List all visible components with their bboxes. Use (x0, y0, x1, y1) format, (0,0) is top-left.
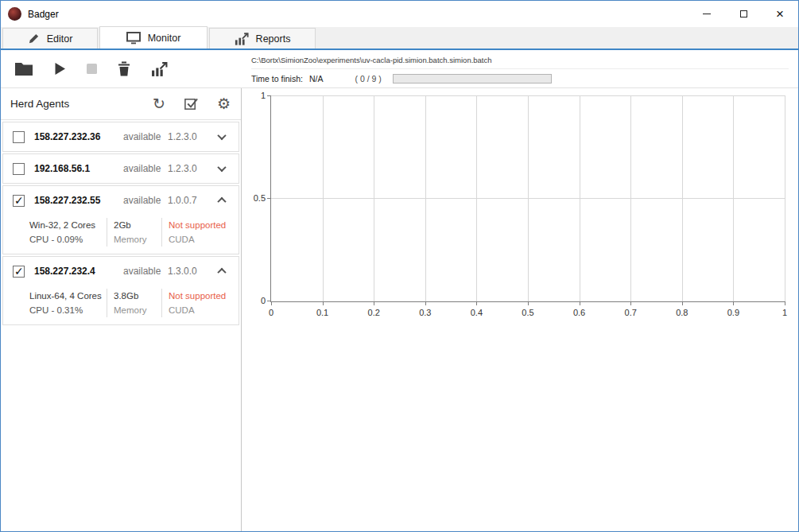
maximize-button[interactable] (725, 1, 762, 27)
agent-arch: Win-32, 2 Cores (29, 218, 102, 232)
herd-header-icons: ↻ ⚙ (153, 96, 231, 111)
agent-row-header[interactable]: 158.227.232.4 available 1.3.0.0 (3, 257, 239, 285)
folder-icon (14, 61, 33, 76)
agent-status: available (123, 266, 168, 277)
x-tick-label: 0 (269, 308, 273, 317)
monitor-icon (126, 32, 141, 45)
y-tick-mark (267, 95, 270, 96)
x-tick-mark (580, 302, 580, 305)
tab-editor[interactable]: Editor (2, 28, 98, 49)
trash-icon (118, 61, 130, 76)
grid-line-horizontal (271, 198, 785, 199)
agent-status: available (123, 163, 168, 174)
agent-version: 1.0.0.7 (168, 195, 197, 206)
y-tick-label: 0.5 (254, 193, 266, 203)
select-all-icon[interactable] (184, 96, 199, 111)
minimize-button[interactable] (688, 1, 725, 27)
agent-cpu-usage: CPU - 0.09% (29, 232, 102, 247)
agent-cuda-cell: Not supported CUDA (162, 289, 226, 317)
open-folder-button[interactable] (13, 60, 35, 78)
agent-row-header[interactable]: 192.168.56.1 available 1.2.3.0 (3, 154, 239, 183)
x-tick-mark (476, 302, 477, 305)
app-logo-icon (8, 7, 21, 21)
herd-agents-header: Herd Agents ↻ ⚙ (1, 88, 241, 120)
batch-file-path: C:\Bortx\SimionZoo\experiments\uv-cacla-… (251, 53, 789, 69)
x-tick-label: 0.9 (727, 308, 739, 317)
stats-icon (151, 62, 168, 76)
agent-checkbox[interactable] (13, 266, 25, 278)
agent-cuda-value: Not supported (169, 218, 226, 232)
chart-panel: 00.10.20.30.40.50.60.70.80.9100.51 (242, 88, 798, 531)
agent-checkbox[interactable] (13, 195, 25, 207)
app-window: Badger Editor Monitor (0, 0, 799, 532)
agent-ip: 192.168.56.1 (34, 163, 123, 174)
x-tick-label: 0.7 (625, 308, 637, 317)
finish-row: Time to finish: N/A ( 0 / 9 ) (251, 74, 789, 83)
agent-ip: 158.227.232.4 (34, 266, 123, 277)
time-to-finish-value: N/A (309, 74, 324, 83)
settings-gear-icon[interactable]: ⚙ (217, 96, 231, 111)
agent-cuda-label: CUDA (169, 232, 226, 247)
x-tick-label: 0.4 (471, 308, 483, 317)
agent-cpu-cell: Linux-64, 4 Cores CPU - 0.31% (29, 289, 107, 317)
agent-memory-label: Memory (114, 303, 161, 317)
run-experiment-button[interactable] (52, 60, 68, 77)
agent-memory-cell: 2Gb Memory (107, 218, 162, 247)
x-tick-mark (271, 302, 272, 305)
agent-cpu-cell: Win-32, 2 Cores CPU - 0.09% (29, 218, 107, 247)
agent-arch: Linux-64, 4 Cores (29, 289, 102, 303)
agent-cuda-label: CUDA (169, 303, 226, 317)
agent-cpu-usage: CPU - 0.31% (29, 303, 102, 317)
tab-editor-label: Editor (47, 33, 73, 45)
x-tick-mark (425, 302, 426, 305)
titlebar: Badger (1, 1, 798, 27)
tab-monitor[interactable]: Monitor (99, 26, 208, 49)
x-tick-label: 0.1 (316, 308, 328, 317)
plot-area: 00.10.20.30.40.50.60.70.80.9100.51 (270, 95, 785, 302)
progress-bar (393, 74, 552, 83)
agent-memory-label: Memory (114, 232, 161, 247)
agent-cuda-cell: Not supported CUDA (162, 218, 226, 247)
agent-row-header[interactable]: 158.227.232.36 available 1.2.3.0 (3, 122, 239, 151)
agent-checkbox[interactable] (13, 131, 25, 143)
agent-row-header[interactable]: 158.227.232.55 available 1.0.0.7 (3, 186, 239, 215)
stop-button[interactable] (85, 62, 99, 76)
agent-ip: 158.227.232.36 (34, 131, 123, 142)
close-icon (776, 7, 784, 21)
delete-button[interactable] (116, 60, 132, 78)
chevron-up-icon[interactable] (217, 268, 226, 277)
y-tick-mark (267, 301, 270, 301)
agent-status: available (123, 131, 168, 142)
minimize-icon (703, 14, 711, 14)
agent-detail: Win-32, 2 Cores CPU - 0.09% 2Gb Memory N… (3, 215, 239, 254)
x-tick-mark (630, 302, 631, 305)
agent-ip: 158.227.232.55 (34, 195, 123, 206)
agent-row: 158.227.232.55 available 1.0.0.7 Win-32,… (2, 185, 239, 254)
tab-reports[interactable]: Reports (209, 28, 316, 49)
refresh-icon[interactable]: ↻ (153, 96, 165, 111)
chevron-down-icon[interactable] (217, 131, 226, 140)
agent-memory-cell: 3.8Gb Memory (107, 289, 162, 317)
show-plots-button[interactable] (149, 60, 169, 78)
stop-icon (87, 64, 97, 74)
pencil-icon (28, 33, 40, 45)
y-tick-mark (267, 198, 270, 199)
chevron-down-icon[interactable] (217, 163, 226, 172)
y-tick-label: 0 (261, 296, 266, 305)
agent-row: 158.227.232.36 available 1.2.3.0 (2, 122, 239, 152)
agent-memory-value: 3.8Gb (114, 289, 161, 303)
agent-list: 158.227.232.36 available 1.2.3.0 192.168… (1, 120, 241, 327)
x-tick-label: 0.5 (522, 308, 533, 317)
close-button[interactable] (762, 1, 798, 27)
y-tick-label: 1 (261, 91, 266, 100)
x-tick-mark (323, 302, 324, 305)
x-tick-label: 0.6 (573, 308, 585, 317)
x-tick-mark (785, 302, 785, 305)
agent-cuda-value: Not supported (169, 289, 226, 303)
agent-checkbox[interactable] (13, 163, 25, 175)
chevron-up-icon[interactable] (217, 197, 226, 206)
window-controls (688, 1, 798, 27)
agent-memory-value: 2Gb (114, 218, 161, 232)
grid-line-horizontal (271, 95, 785, 96)
agent-version: 1.3.0.0 (168, 266, 197, 277)
